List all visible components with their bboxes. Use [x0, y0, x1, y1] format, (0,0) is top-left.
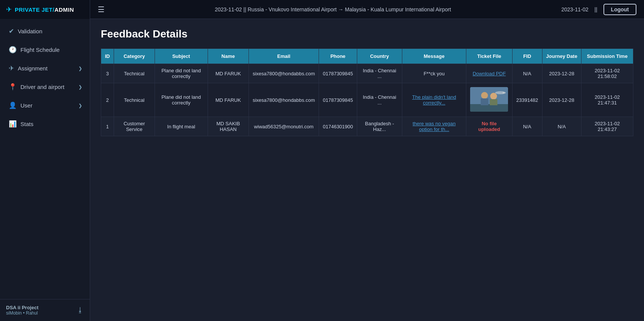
- col-id: ID: [101, 49, 114, 64]
- footer-text: DSA ii Project siMobin • Rahul: [6, 305, 38, 316]
- cell-fid: 23391482: [512, 83, 542, 117]
- cell-subject: Plane did not land correctly: [155, 64, 208, 83]
- menu-icon[interactable]: ☰: [98, 5, 105, 14]
- location-icon: 📍: [9, 83, 17, 91]
- message-link[interactable]: The plain didn't land correctly...: [412, 94, 456, 106]
- sidebar-item-flight-schedule[interactable]: 🕐 Flight Schedule: [0, 41, 90, 59]
- download-pdf-link[interactable]: Download PDF: [473, 71, 506, 76]
- cell-country: India - Chennai ...: [357, 64, 402, 83]
- table-row: 3 Technical Plane did not land correctly…: [101, 64, 633, 83]
- cell-ticket-file: [466, 83, 513, 117]
- date-left: 2023-11-02: [215, 6, 242, 12]
- route-text: Russia - Vnukovo International Airport →…: [248, 6, 451, 12]
- col-category: Category: [114, 49, 155, 64]
- sidebar-item-stats[interactable]: 📊 Stats: [0, 115, 90, 133]
- validation-icon: ✔: [9, 27, 14, 35]
- chevron-right-icon: ❯: [78, 84, 82, 90]
- logo-text: PRIVATE JET/ADMIN: [15, 6, 74, 13]
- chevron-right-icon: ❯: [78, 103, 82, 108]
- cell-submission-time: 2023-11-02 21:47:31: [581, 83, 633, 117]
- cell-fid: N/A: [512, 117, 542, 136]
- user-icon: 👤: [9, 101, 17, 109]
- sidebar-item-driver-and-airport[interactable]: 📍 Driver and airport ❯: [0, 78, 90, 96]
- cell-ticket-file: No file uploaded: [466, 117, 513, 136]
- cell-submission-time: 2023-11-02 21:43:27: [581, 117, 633, 136]
- sidebar-item-label: Stats: [20, 121, 33, 127]
- sidebar-item-assignment[interactable]: ✈ Assignment ❯: [0, 59, 90, 78]
- col-subject: Subject: [155, 49, 208, 64]
- cell-name: MD SAKIB HASAN: [208, 117, 249, 136]
- header-route: 2023-11-02 || Russia - Vnukovo Internati…: [111, 6, 555, 12]
- cell-email: sixesa7800@hondabbs.com: [249, 83, 319, 117]
- col-journey-date: Journey Date: [542, 49, 581, 64]
- table-row: 2 Technical Plane did not land correctly…: [101, 83, 633, 117]
- sidebar-item-label: Assignment: [18, 65, 47, 72]
- col-ticket-file: Ticket File: [466, 49, 513, 64]
- sidebar-item-label: Flight Schedule: [20, 47, 59, 53]
- message-link[interactable]: there was no vegan option for th...: [413, 121, 455, 132]
- cell-message: F**ck you: [402, 64, 466, 83]
- chevron-right-icon: ❯: [78, 66, 82, 71]
- sidebar-logout-icon[interactable]: ⭳: [77, 306, 84, 314]
- cell-phone: 01746301900: [319, 117, 357, 136]
- cell-phone: 01787309845: [319, 64, 357, 83]
- cell-id: 1: [101, 117, 114, 136]
- col-fid: FID: [512, 49, 542, 64]
- cell-country: Bangladesh - Haz...: [357, 117, 402, 136]
- cell-message[interactable]: there was no vegan option for th...: [402, 117, 466, 136]
- table-row: 1 Customer Service In flight meal MD SAK…: [101, 117, 633, 136]
- sidebar-item-label: Validation: [18, 28, 42, 34]
- col-name: Name: [208, 49, 249, 64]
- cell-fid: N/A: [512, 64, 542, 83]
- sidebar-item-validation[interactable]: ✔ Validation: [0, 22, 90, 41]
- col-email: Email: [249, 49, 319, 64]
- cell-journey-date: 2023-12-28: [542, 83, 581, 117]
- sidebar-item-label: User: [20, 102, 33, 109]
- table-body: 3 Technical Plane did not land correctly…: [101, 64, 633, 136]
- table-header-row: ID Category Subject Name Email Phone Cou…: [101, 49, 633, 64]
- sidebar-item-label: Driver and airport: [20, 84, 64, 90]
- svg-point-4: [490, 93, 497, 100]
- cell-category: Customer Service: [114, 117, 155, 136]
- sidebar-footer: DSA ii Project siMobin • Rahul ⭳: [0, 299, 90, 321]
- cell-submission-time: 2023-11-02 21:58:02: [581, 64, 633, 83]
- header: ☰ 2023-11-02 || Russia - Vnukovo Interna…: [90, 0, 644, 19]
- logout-button[interactable]: Logout: [603, 4, 636, 15]
- logo-icon: ✈: [6, 5, 12, 14]
- svg-point-2: [481, 92, 488, 99]
- col-country: Country: [357, 49, 402, 64]
- cell-ticket-file[interactable]: Download PDF: [466, 64, 513, 83]
- sidebar-logo: ✈ PRIVATE JET/ADMIN: [0, 0, 90, 19]
- svg-rect-5: [490, 99, 497, 105]
- project-name: DSA ii Project: [6, 305, 38, 310]
- cell-category: Technical: [114, 64, 155, 83]
- page-title: Feedback Details: [101, 28, 633, 40]
- plane-icon: ✈: [9, 64, 14, 72]
- cell-journey-date: N/A: [542, 117, 581, 136]
- stats-icon: 📊: [9, 120, 17, 128]
- col-submission-time: Submission Time: [581, 49, 633, 64]
- cell-email: wiwad56325@monutri.com: [249, 117, 319, 136]
- cell-phone: 01787309845: [319, 83, 357, 117]
- ticket-thumbnail: [470, 87, 508, 112]
- sidebar-item-user[interactable]: 👤 User ❯: [0, 96, 90, 115]
- cell-id: 3: [101, 64, 114, 83]
- feedback-table: ID Category Subject Name Email Phone Cou…: [101, 48, 633, 136]
- content-area: Feedback Details ID Category Subject Nam…: [90, 19, 644, 321]
- col-message: Message: [402, 49, 466, 64]
- col-phone: Phone: [319, 49, 357, 64]
- cell-subject: In flight meal: [155, 117, 208, 136]
- header-date-right: 2023-11-02: [561, 6, 589, 12]
- sidebar-nav: ✔ Validation 🕐 Flight Schedule ✈ Assignm…: [0, 19, 90, 299]
- cell-name: MD FARUK: [208, 83, 249, 117]
- sidebar: ✈ PRIVATE JET/ADMIN ✔ Validation 🕐 Fligh…: [0, 0, 90, 321]
- main-content: ☰ 2023-11-02 || Russia - Vnukovo Interna…: [90, 0, 644, 321]
- cell-country: India - Chennai ...: [357, 83, 402, 117]
- svg-rect-3: [481, 98, 488, 105]
- cell-name: MD FARUK: [208, 64, 249, 83]
- clock-icon: 🕐: [9, 46, 17, 54]
- no-file-label: No file uploaded: [478, 121, 500, 132]
- cell-message[interactable]: The plain didn't land correctly...: [402, 83, 466, 117]
- separator-left: ||: [244, 6, 248, 12]
- cell-id: 2: [101, 83, 114, 117]
